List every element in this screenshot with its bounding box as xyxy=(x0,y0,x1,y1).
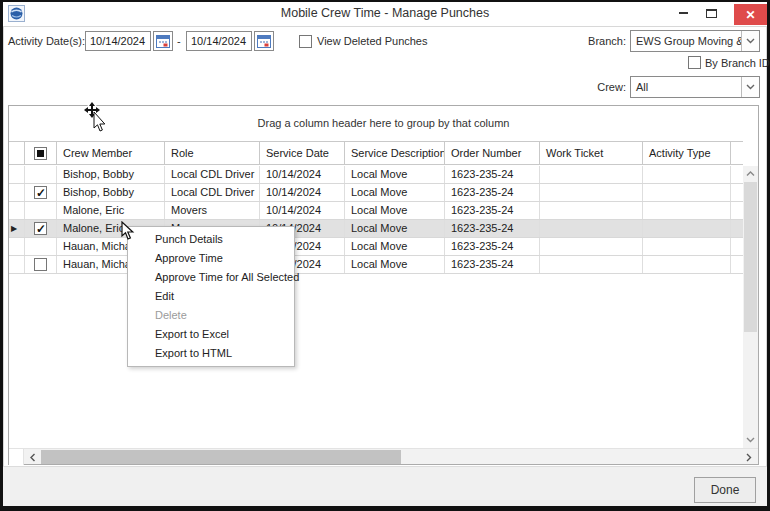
dialog-window: Mobile Crew Time - Manage Punches ✕ Acti… xyxy=(0,0,770,511)
row-checkbox-cell[interactable] xyxy=(24,184,56,201)
menu-item-delete: Delete xyxy=(128,306,294,325)
context-menu: Punch DetailsApprove TimeApprove Time fo… xyxy=(127,226,295,367)
row-checkbox-cell[interactable] xyxy=(24,202,56,219)
vertical-scroll-thumb[interactable] xyxy=(744,182,757,332)
grid-row-3[interactable]: Malone, EricMovers10/14/2024Local Move16… xyxy=(9,202,743,220)
scroll-left-arrow-icon[interactable] xyxy=(26,449,40,465)
date-to-calendar-button[interactable] xyxy=(254,31,274,51)
row-checkbox-cell[interactable] xyxy=(24,166,56,183)
grid-header-row: Crew MemberRoleService DateService Descr… xyxy=(9,141,743,165)
menu-item-edit[interactable]: Edit xyxy=(128,287,294,306)
cell-activity-type xyxy=(642,184,730,201)
cell-service-description: Local Move xyxy=(344,184,444,201)
chevron-down-icon[interactable] xyxy=(741,77,759,97)
punch-grid: Drag a column header here to group by th… xyxy=(8,105,759,465)
row-checkbox[interactable] xyxy=(34,222,47,235)
footer-bar: Done xyxy=(3,466,767,506)
scroll-right-arrow-icon[interactable] xyxy=(742,449,756,465)
row-indicator: ▶ xyxy=(9,220,24,237)
cell-role: Movers xyxy=(164,202,259,219)
cell-order-number: 1623-235-24 xyxy=(444,202,539,219)
cell-order-number: 1623-235-24 xyxy=(444,184,539,201)
row-indicator xyxy=(9,256,24,273)
cell-service-description: Local Move xyxy=(344,238,444,255)
vertical-scrollbar[interactable] xyxy=(743,166,758,448)
cell-filler xyxy=(730,256,743,273)
cell-crew-member: Bishop, Bobby xyxy=(56,166,164,183)
column-header-work-ticket[interactable]: Work Ticket xyxy=(539,142,642,164)
by-branch-id-checkbox[interactable] xyxy=(688,56,701,69)
column-header-role[interactable]: Role xyxy=(164,142,259,164)
cell-service-description: Local Move xyxy=(344,202,444,219)
maximize-button[interactable] xyxy=(699,4,723,22)
by-branch-id-label: By Branch ID xyxy=(705,53,770,73)
branch-value: EWS Group Moving & Stor xyxy=(631,31,741,51)
cell-filler xyxy=(730,202,743,219)
scroll-up-arrow-icon[interactable] xyxy=(743,168,758,180)
menu-item-punch-details[interactable]: Punch Details xyxy=(128,230,294,249)
cell-role: Local CDL Driver xyxy=(164,184,259,201)
cell-order-number: 1623-235-24 xyxy=(444,238,539,255)
crew-value: All xyxy=(631,77,741,97)
column-header-service-description[interactable]: Service Description xyxy=(344,142,444,164)
grid-row-6[interactable]: Hauan, Micha10/14/2024Local Move1623-235… xyxy=(9,256,743,274)
grid-row-5[interactable]: Hauan, Micha10/14/2024Local Move1623-235… xyxy=(9,238,743,256)
scroll-down-arrow-icon[interactable] xyxy=(743,434,758,446)
row-indicator-header xyxy=(9,142,24,164)
group-by-hint: Drag a column header here to group by th… xyxy=(258,117,510,129)
cell-service-date: 10/14/2024 xyxy=(259,166,344,183)
column-header-order-number[interactable]: Order Number xyxy=(444,142,539,164)
row-checkbox-cell[interactable] xyxy=(24,256,56,273)
minimize-button[interactable] xyxy=(671,4,695,22)
horizontal-scroll-thumb[interactable] xyxy=(41,450,401,464)
cell-activity-type xyxy=(642,202,730,219)
group-by-drop-area[interactable]: Drag a column header here to group by th… xyxy=(9,106,758,141)
cell-crew-member: Bishop, Bobby xyxy=(56,184,164,201)
select-all-header[interactable] xyxy=(24,142,56,164)
cell-activity-type xyxy=(642,238,730,255)
menu-item-approve-time-for-all-selected[interactable]: Approve Time for All Selected xyxy=(128,268,294,287)
close-button[interactable]: ✕ xyxy=(734,4,767,25)
date-from-calendar-button[interactable] xyxy=(153,31,173,51)
grid-row-4[interactable]: ▶Malone, EricMovers10/14/2024Local Move1… xyxy=(9,220,743,238)
row-checkbox-cell[interactable] xyxy=(24,238,56,255)
date-to-input[interactable] xyxy=(186,31,252,51)
row-indicator xyxy=(9,184,24,201)
cell-service-description: Local Move xyxy=(344,166,444,183)
row-checkbox[interactable] xyxy=(34,258,47,271)
column-header-activity-type[interactable]: Activity Type xyxy=(642,142,730,164)
maximize-icon xyxy=(706,9,717,18)
row-checkbox-cell[interactable] xyxy=(24,220,56,237)
column-header-crew-member[interactable]: Crew Member xyxy=(56,142,164,164)
done-button[interactable]: Done xyxy=(694,477,756,503)
view-deleted-checkbox[interactable] xyxy=(299,35,312,48)
title-bar[interactable]: Mobile Crew Time - Manage Punches ✕ xyxy=(3,2,767,26)
row-indicator xyxy=(9,238,24,255)
date-from-input[interactable] xyxy=(85,31,151,51)
row-indicator xyxy=(9,202,24,219)
scrollbar-corner xyxy=(9,449,24,465)
select-all-checkbox[interactable] xyxy=(34,147,47,160)
cell-activity-type xyxy=(642,220,730,237)
cell-activity-type xyxy=(642,166,730,183)
row-checkbox[interactable] xyxy=(34,186,47,199)
grid-rows-area: Bishop, BobbyLocal CDL Driver10/14/2024L… xyxy=(9,166,743,274)
cell-work-ticket xyxy=(539,220,642,237)
grid-row-1[interactable]: Bishop, BobbyLocal CDL Driver10/14/2024L… xyxy=(9,166,743,184)
menu-item-export-to-html[interactable]: Export to HTML xyxy=(128,344,294,363)
cell-service-description: Local Move xyxy=(344,220,444,237)
activity-date-label: Activity Date(s): xyxy=(8,31,85,51)
grid-row-2[interactable]: Bishop, BobbyLocal CDL Driver10/14/2024L… xyxy=(9,184,743,202)
close-icon: ✕ xyxy=(745,9,755,21)
chevron-down-icon[interactable] xyxy=(741,31,759,51)
menu-item-approve-time[interactable]: Approve Time xyxy=(128,249,294,268)
menu-item-export-to-excel[interactable]: Export to Excel xyxy=(128,325,294,344)
branch-dropdown[interactable]: EWS Group Moving & Stor xyxy=(630,30,760,52)
cell-filler xyxy=(730,238,743,255)
cell-filler xyxy=(730,166,743,183)
horizontal-scrollbar[interactable] xyxy=(9,448,758,464)
column-header-filler xyxy=(730,142,743,164)
column-header-service-date[interactable]: Service Date xyxy=(259,142,344,164)
cell-work-ticket xyxy=(539,184,642,201)
crew-dropdown[interactable]: All xyxy=(630,76,760,98)
